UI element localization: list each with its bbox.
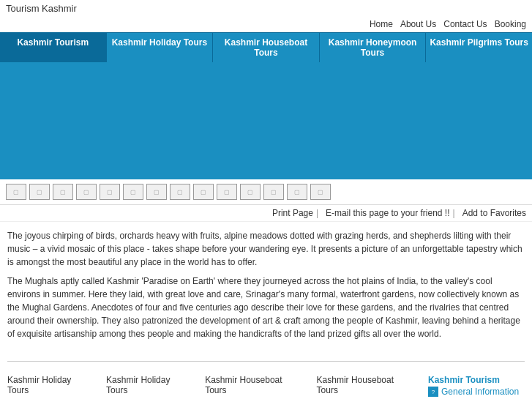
- thumb-2[interactable]: ▢: [29, 184, 50, 200]
- footer-link-2[interactable]: Kashmir Holiday Tours: [106, 375, 190, 399]
- nav-tabs: Kashmir Tourism Kashmir Holiday Tours Ka…: [0, 32, 532, 62]
- footer-area: Kashmir Holiday Tours Kashmir Holiday To…: [0, 369, 532, 399]
- footer-link-1[interactable]: Kashmir Holiday Tours: [7, 375, 91, 399]
- thumb-8[interactable]: ▢: [170, 184, 190, 200]
- content-para2: The Mughals aptly called Kashmir 'Paradi…: [7, 275, 525, 340]
- thumb-12[interactable]: ▢: [263, 184, 284, 200]
- action-links: Print Page | E-mail this page to your fr…: [0, 205, 532, 222]
- tab-kashmir-tourism[interactable]: Kashmir Tourism: [0, 33, 107, 62]
- footer-right-section: Kashmir Tourism ? General Information ? …: [428, 375, 525, 399]
- thumb-4[interactable]: ▢: [76, 184, 97, 200]
- footer-info-icon: ?: [428, 387, 438, 397]
- top-nav: Home About Us Contact Us Booking: [0, 17, 532, 32]
- tab-pilgrims-tours[interactable]: Kashmir Pilgrims Tours: [426, 33, 532, 62]
- thumb-3[interactable]: ▢: [53, 184, 73, 200]
- thumb-14[interactable]: ▢: [310, 184, 331, 200]
- footer-divider: [7, 361, 525, 362]
- thumb-6[interactable]: ▢: [123, 184, 143, 200]
- thumb-13[interactable]: ▢: [287, 184, 307, 200]
- footer-link-3[interactable]: Kashmir Houseboat Tours: [205, 375, 301, 399]
- thumb-10[interactable]: ▢: [217, 184, 237, 200]
- main-content: The joyous chirping of birds, orchards h…: [0, 222, 532, 354]
- thumb-11[interactable]: ▢: [240, 184, 261, 200]
- thumb-7[interactable]: ▢: [146, 184, 167, 200]
- content-para1: The joyous chirping of birds, orchards h…: [7, 229, 525, 269]
- footer-general-info[interactable]: ? General Information: [428, 387, 525, 397]
- footer-link-4[interactable]: Kashmir Houseboat Tours: [317, 375, 413, 399]
- tab-holiday-tours[interactable]: Kashmir Holiday Tours: [107, 33, 214, 62]
- add-favorites-link[interactable]: Add to Favorites: [462, 208, 526, 218]
- thumbnail-strip: ▢ ▢ ▢ ▢ ▢ ▢ ▢ ▢ ▢ ▢ ▢ ▢ ▢ ▢: [0, 179, 532, 205]
- thumb-9[interactable]: ▢: [193, 184, 214, 200]
- tab-honeymoon-tours[interactable]: Kashmir Honeymoon Tours: [320, 33, 427, 62]
- site-title: Tourism Kashmir: [6, 3, 77, 14]
- top-nav-contact[interactable]: Contact Us: [443, 19, 487, 29]
- print-page-link[interactable]: Print Page: [272, 208, 313, 218]
- sep1: |: [316, 208, 318, 218]
- thumb-5[interactable]: ▢: [100, 184, 120, 200]
- site-title-bar: Tourism Kashmir: [0, 0, 532, 17]
- thumb-1[interactable]: ▢: [6, 184, 26, 200]
- footer-general-info-label: General Information: [441, 387, 519, 397]
- top-nav-about[interactable]: About Us: [400, 19, 436, 29]
- footer-right-title: Kashmir Tourism: [428, 375, 525, 385]
- top-nav-booking[interactable]: Booking: [495, 19, 526, 29]
- top-nav-home[interactable]: Home: [370, 19, 393, 29]
- footer-links-row: Kashmir Holiday Tours Kashmir Holiday To…: [7, 375, 525, 399]
- slideshow-area: [0, 62, 532, 179]
- sep2: |: [453, 208, 455, 218]
- tab-houseboat-tours[interactable]: Kashmir Houseboat Tours: [213, 33, 320, 62]
- email-friend-link[interactable]: E-mail this page to your friend !!: [326, 208, 449, 218]
